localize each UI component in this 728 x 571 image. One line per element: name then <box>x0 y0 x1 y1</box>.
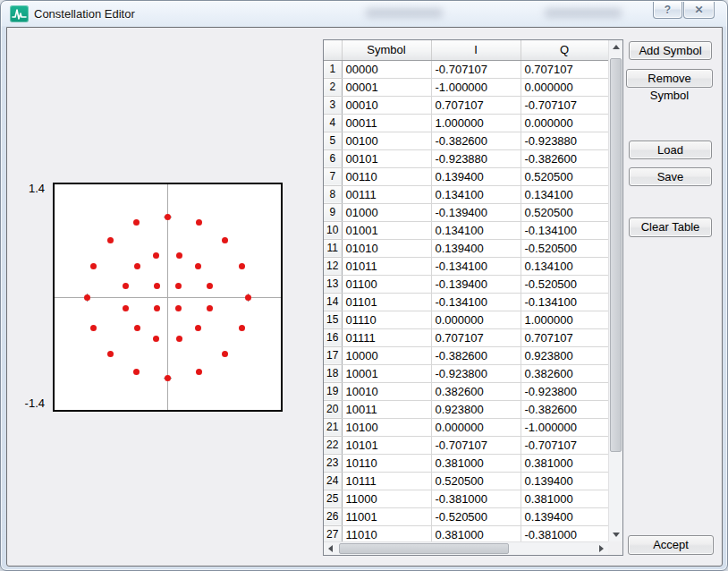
table-row[interactable]: 200001-1.0000000.000000 <box>324 78 608 96</box>
table-row[interactable]: 24101110.5205000.139400 <box>324 472 608 490</box>
symbol-cell[interactable]: 00100 <box>342 132 431 149</box>
q-cell[interactable]: 0.000000 <box>521 78 608 96</box>
scroll-right-icon[interactable] <box>599 545 604 552</box>
i-column-header[interactable]: I <box>431 40 521 60</box>
q-cell[interactable]: 0.000000 <box>521 114 608 132</box>
q-cell[interactable]: 0.707107 <box>521 60 608 78</box>
symbol-cell[interactable]: 01011 <box>342 257 431 275</box>
symbol-cell[interactable]: 01010 <box>342 239 431 257</box>
symbol-cell[interactable]: 00111 <box>342 185 431 203</box>
table-row[interactable]: 500100-0.382600-0.923880 <box>324 132 608 149</box>
q-cell[interactable]: -0.707107 <box>521 436 608 454</box>
symbol-cell[interactable]: 10000 <box>342 346 431 364</box>
table-row[interactable]: 20100110.923800-0.382600 <box>324 400 608 418</box>
symbol-cell[interactable]: 11000 <box>342 490 431 507</box>
q-cell[interactable]: -0.520500 <box>521 239 608 257</box>
table-row[interactable]: 1810001-0.9238000.382600 <box>324 364 608 382</box>
table-row[interactable]: 23101100.3810000.381000 <box>324 454 608 472</box>
save-button[interactable]: Save <box>629 167 712 186</box>
table-row[interactable]: 8001110.1341000.134100 <box>324 185 608 203</box>
q-cell[interactable]: 0.520500 <box>521 203 608 221</box>
symbol-cell[interactable]: 01000 <box>342 203 431 221</box>
scroll-up-icon[interactable] <box>613 45 620 49</box>
symbol-cell[interactable]: 01101 <box>342 293 431 311</box>
i-cell[interactable]: -0.707107 <box>431 436 521 454</box>
help-button[interactable]: ? <box>653 2 682 19</box>
constellation-plot-canvas[interactable] <box>53 183 283 412</box>
i-cell[interactable]: 0.139400 <box>431 239 521 257</box>
symbol-cell[interactable]: 00101 <box>342 149 431 167</box>
table-row[interactable]: 1401101-0.134100-0.134100 <box>324 293 608 311</box>
symbol-cell[interactable]: 11001 <box>342 507 431 525</box>
symbol-cell[interactable]: 01100 <box>342 275 431 293</box>
table-row[interactable]: 1710000-0.3826000.923800 <box>324 346 608 364</box>
q-cell[interactable]: -1.000000 <box>521 418 608 436</box>
q-cell[interactable]: -0.382600 <box>521 400 608 418</box>
symbol-cell[interactable]: 10110 <box>342 454 431 472</box>
table-row[interactable]: 15011100.0000001.000000 <box>324 311 608 328</box>
table-row[interactable]: 901000-0.1394000.520500 <box>324 203 608 221</box>
i-cell[interactable]: -0.707107 <box>431 60 521 78</box>
i-cell[interactable]: 0.707107 <box>431 96 521 114</box>
table-row[interactable]: 1301100-0.139400-0.520500 <box>324 275 608 293</box>
symbol-column-header[interactable]: Symbol <box>342 40 431 60</box>
table-row[interactable]: 10010010.134100-0.134100 <box>324 221 608 239</box>
symbol-cell[interactable]: 11010 <box>342 525 431 541</box>
i-cell[interactable]: 0.520500 <box>431 472 521 490</box>
table-row[interactable]: 11010100.139400-0.520500 <box>324 239 608 257</box>
table-row[interactable]: 7001100.1394000.520500 <box>324 167 608 185</box>
i-cell[interactable]: -0.382600 <box>431 346 521 364</box>
table-row[interactable]: 1201011-0.1341000.134100 <box>324 257 608 275</box>
i-cell[interactable]: -0.382600 <box>431 132 521 149</box>
table-row[interactable]: 2511000-0.3810000.381000 <box>324 490 608 507</box>
i-cell[interactable]: 0.139400 <box>431 167 521 185</box>
symbol-cell[interactable]: 01110 <box>342 311 431 328</box>
load-button[interactable]: Load <box>629 141 712 159</box>
q-cell[interactable]: -0.707107 <box>521 96 608 114</box>
q-cell[interactable]: -0.923880 <box>521 132 608 149</box>
q-cell[interactable]: 0.134100 <box>521 185 608 203</box>
symbol-cell[interactable]: 10101 <box>342 436 431 454</box>
symbol-cell[interactable]: 00000 <box>342 60 431 78</box>
q-cell[interactable]: 1.000000 <box>521 311 608 328</box>
symbol-cell[interactable]: 10100 <box>342 418 431 436</box>
accept-button[interactable]: Accept <box>628 535 714 555</box>
table-row[interactable]: 3000100.707107-0.707107 <box>324 96 608 114</box>
symbol-cell[interactable]: 10011 <box>342 400 431 418</box>
symbol-cell[interactable]: 01111 <box>342 328 431 346</box>
i-cell[interactable]: -0.134100 <box>431 257 521 275</box>
i-cell[interactable]: -0.139400 <box>431 275 521 293</box>
table-row[interactable]: 21101000.000000-1.000000 <box>324 418 608 436</box>
q-cell[interactable]: -0.134100 <box>521 293 608 311</box>
remove-symbol-button[interactable]: Remove Symbol <box>626 69 713 88</box>
i-cell[interactable]: 0.923800 <box>431 400 521 418</box>
symbol-table[interactable]: Symbol I Q 100000-0.7071070.707107200001… <box>323 39 623 556</box>
i-cell[interactable]: 0.381000 <box>431 454 521 472</box>
vertical-scroll-thumb[interactable] <box>610 58 622 452</box>
scroll-down-icon[interactable] <box>613 533 620 537</box>
symbol-cell[interactable]: 01001 <box>342 221 431 239</box>
i-cell[interactable]: 1.000000 <box>431 114 521 132</box>
i-cell[interactable]: 0.707107 <box>431 328 521 346</box>
symbol-cell[interactable]: 00010 <box>342 96 431 114</box>
i-cell[interactable]: 0.000000 <box>431 311 521 328</box>
q-cell[interactable]: -0.520500 <box>521 275 608 293</box>
table-row[interactable]: 19100100.382600-0.923800 <box>324 382 608 400</box>
i-cell[interactable]: 0.382600 <box>431 382 521 400</box>
q-cell[interactable]: 0.382600 <box>521 364 608 382</box>
table-row[interactable]: 27110100.381000-0.381000 <box>324 525 608 541</box>
symbol-cell[interactable]: 00001 <box>342 78 431 96</box>
q-cell[interactable]: 0.923800 <box>521 346 608 364</box>
i-cell[interactable]: -0.139400 <box>431 203 521 221</box>
i-cell[interactable]: -0.923880 <box>431 149 521 167</box>
q-cell[interactable]: -0.382600 <box>521 149 608 167</box>
q-cell[interactable]: -0.134100 <box>521 221 608 239</box>
symbol-cell[interactable]: 10010 <box>342 382 431 400</box>
i-cell[interactable]: 0.134100 <box>431 221 521 239</box>
corner-header-cell[interactable] <box>324 40 342 60</box>
scroll-left-icon[interactable] <box>328 545 333 552</box>
table-row[interactable]: 4000111.0000000.000000 <box>324 114 608 132</box>
q-column-header[interactable]: Q <box>521 40 608 60</box>
vertical-scrollbar[interactable] <box>608 40 622 541</box>
symbol-cell[interactable]: 10001 <box>342 364 431 382</box>
